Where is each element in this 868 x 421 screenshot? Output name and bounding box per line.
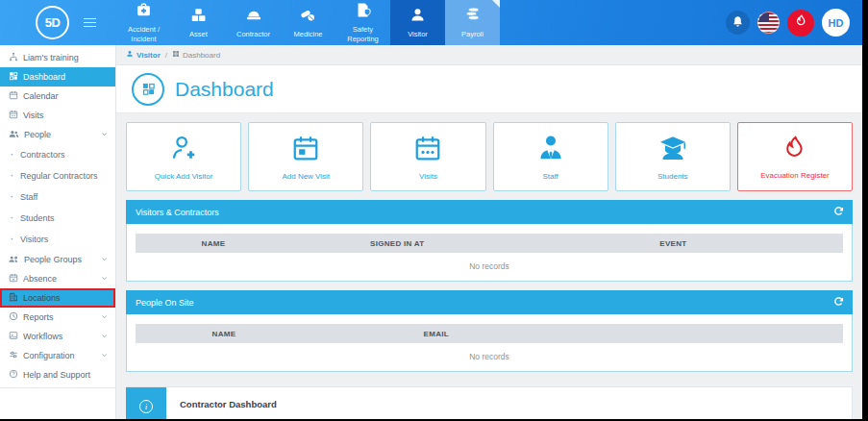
- person-icon: [126, 50, 134, 60]
- clock-icon: [9, 311, 18, 323]
- coins-icon: [464, 6, 482, 27]
- sidebar-item-label: Reports: [23, 312, 54, 322]
- sidebar-item-staff[interactable]: Staff: [0, 186, 115, 208]
- chevron-down-icon: [101, 351, 108, 360]
- sidebar: Liam's training Dashboard Calendar Visit…: [0, 45, 116, 419]
- document-shield-icon: [355, 2, 371, 22]
- sidebar-item-contractors[interactable]: Contractors: [0, 144, 115, 165]
- asset-boxes-icon: [190, 7, 207, 27]
- sidebar-item-label: Help and Support: [23, 370, 90, 380]
- column-header-email: EMAIL: [312, 330, 560, 338]
- first-aid-icon: [136, 2, 152, 22]
- notifications-button[interactable]: [726, 11, 750, 35]
- module-tab-payroll[interactable]: Payroll: [445, 0, 500, 45]
- sidebar-item-people-groups[interactable]: People Groups: [0, 250, 115, 269]
- module-tab-medicine[interactable]: Medicine: [281, 0, 335, 45]
- sidebar-divider: [0, 387, 115, 388]
- module-tab-label: Payroll: [461, 30, 484, 38]
- sidebar-item-liams-training[interactable]: Liam's training: [0, 48, 115, 67]
- page-title: Dashboard: [175, 78, 274, 101]
- panel-body: NAME SIGNED IN AT EVENT No records: [126, 224, 853, 282]
- card-add-new-visit[interactable]: Add New Visit: [248, 122, 363, 191]
- user-avatar[interactable]: HD: [822, 9, 850, 37]
- module-tab-label: Accident / Incident: [118, 25, 170, 43]
- sidebar-item-absence[interactable]: Absence: [0, 269, 115, 288]
- us-flag-icon[interactable]: [757, 12, 780, 34]
- sidebar-item-calendar[interactable]: Calendar: [0, 87, 115, 106]
- sidebar-item-visitors[interactable]: Visitors: [0, 229, 115, 250]
- pills-icon: [300, 7, 316, 27]
- card-staff[interactable]: Staff: [493, 122, 608, 191]
- app-logo[interactable]: 5D: [36, 6, 69, 39]
- module-tab-visitor[interactable]: Visitor: [390, 0, 445, 45]
- quick-action-cards: Quick Add Visitor Add New Visit Visits S…: [126, 122, 853, 191]
- calendar-dots-icon: [413, 134, 442, 166]
- sidebar-item-visits[interactable]: Visits: [0, 106, 115, 125]
- sidebar-item-people[interactable]: People: [0, 125, 115, 144]
- staff-person-icon: [536, 134, 565, 166]
- sidebar-item-configuration[interactable]: Configuration: [0, 346, 115, 365]
- card-label: Visits: [419, 172, 437, 181]
- card-visits[interactable]: Visits: [370, 122, 485, 191]
- sidebar-item-label: Dashboard: [23, 72, 65, 82]
- content: Quick Add Visitor Add New Visit Visits S…: [116, 113, 862, 419]
- sidebar-item-help-and-support[interactable]: Help and Support: [0, 365, 115, 384]
- sidebar-item-label: Regular Contractors: [20, 171, 98, 181]
- breadcrumb-module-link[interactable]: Visitor: [126, 50, 161, 60]
- sidebar-item-label: Locations: [23, 293, 61, 303]
- info-strip: i: [126, 387, 166, 419]
- sliders-icon: [9, 350, 18, 361]
- sidebar-item-students[interactable]: Students: [0, 208, 115, 229]
- flame-icon: [794, 13, 808, 32]
- card-label: Quick Add Visitor: [155, 172, 213, 181]
- card-evacuation-register[interactable]: Evacuation Register: [737, 122, 853, 191]
- building-icon: [9, 292, 18, 304]
- sidebar-item-label: Workflows: [23, 332, 62, 341]
- question-circle-icon: [9, 369, 18, 381]
- calendar-x-icon: [9, 273, 18, 285]
- flame-icon: [781, 135, 808, 165]
- refresh-icon[interactable]: [833, 206, 844, 218]
- chevron-down-icon: [101, 255, 108, 264]
- sidebar-item-label: Students: [20, 213, 55, 223]
- chevron-down-icon: [101, 312, 108, 322]
- evacuation-button[interactable]: [787, 10, 814, 37]
- card-students[interactable]: Students: [615, 122, 731, 191]
- module-tab-contractor[interactable]: Contractor: [226, 0, 281, 45]
- module-tab-asset[interactable]: Asset: [171, 0, 226, 45]
- hamburger-icon[interactable]: [84, 18, 96, 27]
- topbar: 5D Accident / Incident Asset Contractor …: [0, 0, 862, 45]
- column-header-signed-in-at: SIGNED IN AT: [291, 239, 504, 248]
- module-tab-label: Asset: [189, 30, 208, 38]
- sidebar-item-label: People: [24, 130, 51, 139]
- sidebar-item-locations[interactable]: Locations: [0, 288, 115, 308]
- sidebar-item-regular-contractors[interactable]: Regular Contractors: [0, 165, 115, 186]
- sidebar-item-dashboard[interactable]: Dashboard: [0, 67, 115, 87]
- sidebar-item-workflows[interactable]: Workflows: [0, 327, 115, 346]
- panel-header: Visitors & Contractors: [126, 200, 853, 224]
- graduate-icon: [658, 134, 687, 166]
- refresh-icon[interactable]: [833, 296, 844, 309]
- sidebar-item-label: Contractors: [20, 150, 65, 160]
- panel-body: NAME EMAIL No records: [126, 314, 853, 372]
- card-quick-add-visitor[interactable]: Quick Add Visitor: [126, 122, 241, 191]
- bell-icon: [732, 14, 744, 32]
- module-tab-accident-incident[interactable]: Accident / Incident: [116, 0, 171, 45]
- info-title: Contractor Dashboard: [180, 399, 655, 409]
- breadcrumb: Visitor / Dashboard: [116, 45, 862, 65]
- module-tab-safety-reporting[interactable]: Safety Reporting: [335, 0, 390, 45]
- table-header-row: NAME EMAIL: [136, 324, 843, 343]
- column-header-name: NAME: [136, 330, 312, 338]
- topbar-actions: HD: [726, 0, 850, 45]
- dashboard-circle-icon: [132, 73, 164, 106]
- page-header: Dashboard: [116, 65, 862, 113]
- main-area: Visitor / Dashboard Dashboard Quick Add …: [116, 45, 862, 419]
- chevron-down-icon: [101, 130, 108, 139]
- breadcrumb-module-label: Visitor: [136, 51, 161, 60]
- card-label: Evacuation Register: [760, 171, 830, 180]
- chevron-down-icon: [101, 332, 108, 341]
- sidebar-item-reports[interactable]: Reports: [0, 308, 115, 327]
- panel-header: People On Site: [126, 290, 853, 314]
- panel-title: Visitors & Contractors: [136, 208, 219, 217]
- sidebar-item-label: Staff: [20, 192, 37, 202]
